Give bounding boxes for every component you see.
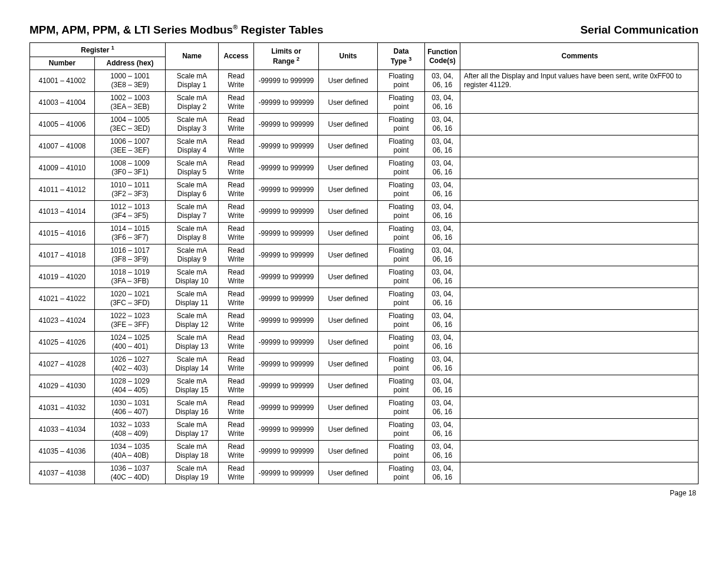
cell-datatype: Floating point	[378, 157, 425, 179]
cell-name: Scale mADisplay 1	[166, 70, 219, 92]
table-head: Register 1 Name Access Limits or Range 2…	[30, 43, 699, 70]
cell-function: 03, 04,06, 16	[425, 70, 460, 92]
cell-limits: -99999 to 999999	[254, 135, 319, 157]
page-footer: Page 18	[29, 489, 699, 497]
table-row: 41009 – 410101008 – 1009(3F0 – 3F1)Scale…	[30, 157, 699, 179]
cell-units: User defined	[319, 332, 378, 353]
cell-comments	[460, 201, 699, 223]
cell-access: Read Write	[219, 223, 254, 244]
cell-function: 03, 04,06, 16	[425, 244, 460, 266]
cell-access: Read Write	[219, 114, 254, 135]
th-limits-line1: Limits or	[271, 47, 301, 55]
cell-name: Scale mADisplay 2	[166, 92, 219, 114]
cell-address: 1020 – 1021(3FC – 3FD)	[95, 288, 166, 310]
cell-limits: -99999 to 999999	[254, 114, 319, 135]
cell-address: 1030 – 1031(406 – 407)	[95, 397, 166, 419]
th-comments: Comments	[460, 43, 699, 70]
cell-access: Read Write	[219, 179, 254, 201]
cell-number: 41021 – 41022	[30, 288, 95, 310]
cell-access: Read Write	[219, 332, 254, 353]
cell-units: User defined	[319, 375, 378, 397]
th-name: Name	[166, 43, 219, 70]
cell-name: Scale mADisplay 9	[166, 244, 219, 266]
cell-function: 03, 04,06, 16	[425, 462, 460, 484]
cell-function: 03, 04,06, 16	[425, 441, 460, 462]
cell-number: 41001 – 41002	[30, 70, 95, 92]
cell-datatype: Floating point	[378, 462, 425, 484]
cell-limits: -99999 to 999999	[254, 70, 319, 92]
cell-address: 1032 – 1033(408 – 409)	[95, 419, 166, 441]
cell-datatype: Floating point	[378, 397, 425, 419]
cell-units: User defined	[319, 70, 378, 92]
table-row: 41021 – 410221020 – 1021(3FC – 3FD)Scale…	[30, 288, 699, 310]
cell-address: 1008 – 1009(3F0 – 3F1)	[95, 157, 166, 179]
cell-limits: -99999 to 999999	[254, 157, 319, 179]
cell-comments	[460, 114, 699, 135]
cell-access: Read Write	[219, 135, 254, 157]
cell-function: 03, 04,06, 16	[425, 114, 460, 135]
cell-limits: -99999 to 999999	[254, 462, 319, 484]
cell-name: Scale mADisplay 11	[166, 288, 219, 310]
cell-comments	[460, 441, 699, 462]
cell-function: 03, 04,06, 16	[425, 419, 460, 441]
cell-name: Scale mADisplay 8	[166, 223, 219, 244]
cell-function: 03, 04,06, 16	[425, 375, 460, 397]
th-limits-line2: Range	[273, 57, 297, 65]
th-number: Number	[30, 57, 95, 70]
cell-units: User defined	[319, 288, 378, 310]
cell-datatype: Floating point	[378, 353, 425, 375]
table-row: 41001 – 410021000 – 1001(3E8 – 3E9)Scale…	[30, 70, 699, 92]
cell-limits: -99999 to 999999	[254, 353, 319, 375]
cell-number: 41011 – 41012	[30, 179, 95, 201]
cell-comments	[460, 157, 699, 179]
cell-name: Scale mADisplay 17	[166, 419, 219, 441]
cell-comments	[460, 223, 699, 244]
cell-number: 41037 – 41038	[30, 462, 95, 484]
title-left-part1: MPM, APM, PPM, & LTI Series Modbus	[29, 24, 233, 36]
cell-number: 41003 – 41004	[30, 92, 95, 114]
cell-limits: -99999 to 999999	[254, 223, 319, 244]
th-register-group: Register 1	[30, 43, 166, 57]
cell-access: Read Write	[219, 375, 254, 397]
page-title-right: Serial Communication	[580, 24, 699, 37]
cell-address: 1006 – 1007(3EE – 3EF)	[95, 135, 166, 157]
cell-number: 41031 – 41032	[30, 397, 95, 419]
cell-number: 41023 – 41024	[30, 310, 95, 332]
cell-limits: -99999 to 999999	[254, 375, 319, 397]
cell-access: Read Write	[219, 397, 254, 419]
cell-datatype: Floating point	[378, 375, 425, 397]
cell-comments	[460, 310, 699, 332]
cell-address: 1028 – 1029(404 – 405)	[95, 375, 166, 397]
cell-limits: -99999 to 999999	[254, 419, 319, 441]
th-register-sup: 1	[111, 45, 114, 51]
cell-name: Scale mADisplay 15	[166, 375, 219, 397]
table-row: 41035 – 410361034 – 1035(40A – 40B)Scale…	[30, 441, 699, 462]
th-data-line1: Data	[393, 47, 409, 55]
cell-name: Scale mADisplay 10	[166, 266, 219, 288]
cell-access: Read Write	[219, 310, 254, 332]
cell-access: Read Write	[219, 157, 254, 179]
cell-comments	[460, 419, 699, 441]
cell-units: User defined	[319, 310, 378, 332]
cell-units: User defined	[319, 441, 378, 462]
cell-units: User defined	[319, 157, 378, 179]
th-limits: Limits or Range 2	[254, 43, 319, 70]
cell-address: 1010 – 1011(3F2 – 3F3)	[95, 179, 166, 201]
cell-name: Scale mADisplay 6	[166, 179, 219, 201]
cell-number: 41019 – 41020	[30, 266, 95, 288]
title-left-part2: Register Tables	[238, 24, 323, 36]
cell-limits: -99999 to 999999	[254, 92, 319, 114]
cell-comments	[460, 332, 699, 353]
cell-datatype: Floating point	[378, 266, 425, 288]
cell-limits: -99999 to 999999	[254, 288, 319, 310]
th-func-line1: Function	[427, 48, 457, 56]
cell-number: 41015 – 41016	[30, 223, 95, 244]
cell-name: Scale mADisplay 14	[166, 353, 219, 375]
cell-units: User defined	[319, 266, 378, 288]
cell-address: 1026 – 1027(402 – 403)	[95, 353, 166, 375]
cell-function: 03, 04,06, 16	[425, 288, 460, 310]
cell-units: User defined	[319, 397, 378, 419]
cell-access: Read Write	[219, 288, 254, 310]
cell-name: Scale mADisplay 7	[166, 201, 219, 223]
cell-datatype: Floating point	[378, 201, 425, 223]
